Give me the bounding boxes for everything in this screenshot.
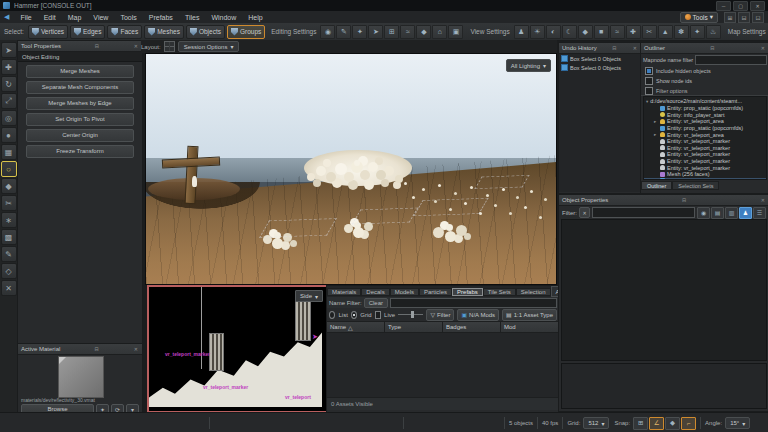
paint-tool[interactable]: ✎ bbox=[1, 246, 17, 262]
close-button[interactable]: ✕ bbox=[750, 1, 765, 11]
asset-tab[interactable]: Particles bbox=[419, 288, 452, 296]
menu-item[interactable]: Map bbox=[62, 14, 88, 21]
selection-mode-button[interactable]: Faces bbox=[107, 25, 142, 39]
asset-tab[interactable]: Decals bbox=[361, 288, 389, 296]
clear-button[interactable]: Clear bbox=[364, 298, 388, 308]
pencil-icon[interactable]: ✎ bbox=[336, 25, 351, 39]
vertex-tool[interactable]: ∗ bbox=[1, 212, 17, 228]
asset-list[interactable] bbox=[327, 333, 559, 397]
asset-tab[interactable]: Selection bbox=[516, 288, 551, 296]
snap-edge-toggle[interactable]: ⌐ bbox=[681, 417, 696, 430]
include-hidden-checkbox[interactable] bbox=[645, 67, 653, 75]
tree-item[interactable]: ▸Entity: vr_teleport_area bbox=[644, 131, 766, 138]
clear-filter-icon[interactable]: ✕ bbox=[579, 207, 590, 218]
tree-item[interactable]: Entity: vr_teleport_marker bbox=[644, 158, 766, 165]
close-icon[interactable]: ✕ bbox=[133, 43, 139, 49]
displacement-tool[interactable]: ◇ bbox=[1, 263, 17, 279]
close-icon[interactable]: ✕ bbox=[632, 45, 638, 51]
tools-dropdown-button[interactable]: Tools ▾ bbox=[680, 12, 718, 23]
thumbnail-size-slider[interactable] bbox=[398, 311, 423, 319]
pin-icon[interactable]: ⊟ bbox=[681, 197, 687, 203]
properties-filter-input[interactable] bbox=[592, 207, 695, 218]
shield-icon[interactable]: ◆ bbox=[578, 25, 593, 39]
object-editing-button[interactable]: Set Origin To Pivot bbox=[26, 113, 134, 126]
close-icon[interactable]: ✕ bbox=[760, 45, 766, 51]
texture-tool[interactable]: ▩ bbox=[1, 229, 17, 245]
sun-icon[interactable]: ☀ bbox=[530, 25, 545, 39]
player-icon[interactable]: ♟ bbox=[514, 25, 529, 39]
scale-tool[interactable]: ⤢ bbox=[1, 93, 17, 109]
polygon-tool[interactable]: ◆ bbox=[1, 178, 17, 194]
object-editing-button[interactable]: Separate Mesh Components bbox=[26, 81, 134, 94]
tree-item[interactable]: Entity: prop_static (popcornfds) bbox=[644, 178, 766, 180]
snap-vertex-toggle[interactable]: ◆ bbox=[665, 417, 680, 430]
tree-item[interactable]: Entity: prop_static (popcornfds) bbox=[644, 105, 766, 112]
controller-icon[interactable]: ▣ bbox=[448, 25, 463, 39]
object-editing-button[interactable]: Center Origin bbox=[26, 129, 134, 142]
move-tool[interactable]: ✚ bbox=[1, 59, 17, 75]
lasso-icon[interactable]: ≈ bbox=[400, 25, 415, 39]
cursor-mode-icon[interactable]: ➤ bbox=[368, 25, 383, 39]
snap-angle-toggle[interactable]: ∠ bbox=[649, 417, 664, 430]
magnet-icon[interactable]: ✦ bbox=[352, 25, 367, 39]
maximize-button[interactable]: ▢ bbox=[733, 1, 748, 11]
selection-mode-button[interactable]: Meshes bbox=[144, 25, 184, 39]
angle-dropdown[interactable]: 15°▾ bbox=[725, 417, 750, 429]
columns-icon[interactable]: ▤ bbox=[711, 207, 724, 219]
tree-item[interactable]: Mesh (256 faces) bbox=[644, 171, 766, 178]
pin-icon[interactable]: ⊟ bbox=[709, 45, 715, 51]
grid-radio[interactable] bbox=[351, 311, 357, 319]
asset-tab[interactable]: Models bbox=[390, 288, 419, 296]
menu-item[interactable]: Tiles bbox=[179, 14, 206, 21]
foliage-icon[interactable]: ✽ bbox=[674, 25, 689, 39]
tree-item[interactable]: Entity: vr_teleport_marker bbox=[644, 145, 766, 152]
close-icon[interactable]: ✕ bbox=[760, 197, 766, 203]
water-icon[interactable]: ≈ bbox=[610, 25, 625, 39]
lighting-mode-dropdown[interactable]: All Lighting ▾ bbox=[506, 59, 551, 72]
particles-icon[interactable]: ✦ bbox=[690, 25, 705, 39]
mods-button[interactable]: ▣N/A Mods bbox=[457, 309, 499, 321]
view-mode-dropdown[interactable]: Side ▾ bbox=[295, 290, 323, 302]
menu-item[interactable]: Window bbox=[205, 14, 242, 21]
asset-tab[interactable]: Prefabs bbox=[452, 288, 483, 296]
asset-type-button[interactable]: ▤1:1 Asset Type bbox=[502, 309, 557, 321]
outliner-tab[interactable]: Outliner bbox=[641, 181, 672, 190]
show-node-ids-checkbox[interactable] bbox=[645, 77, 653, 85]
helpers-icon[interactable]: ✚ bbox=[626, 25, 641, 39]
menu-item[interactable]: File bbox=[14, 14, 37, 21]
menu-item[interactable]: Tools bbox=[114, 14, 142, 21]
object-editing-button[interactable]: Merge Meshes bbox=[26, 65, 134, 78]
block-tool[interactable]: ▦ bbox=[1, 144, 17, 160]
close-icon[interactable]: ✕ bbox=[133, 346, 139, 352]
material-thumbnail[interactable] bbox=[58, 356, 104, 398]
circle-tool[interactable]: ○ bbox=[1, 161, 17, 177]
clip-view-icon[interactable]: ✂ bbox=[642, 25, 657, 39]
select-tool[interactable]: ➤ bbox=[1, 42, 17, 58]
selection-mode-button[interactable]: Groups bbox=[227, 25, 265, 39]
vertex-snap-icon[interactable]: ◆ bbox=[416, 25, 431, 39]
menu-item[interactable]: View bbox=[87, 14, 114, 21]
pin-icon[interactable]: ⊟ bbox=[611, 45, 617, 51]
pin-icon[interactable]: ⊟ bbox=[93, 346, 99, 352]
viewport-2d[interactable]: vr_teleport_marker vr_teleport_marker vr… bbox=[147, 285, 328, 413]
rows-icon[interactable]: ▥ bbox=[725, 207, 738, 219]
brush-geo-icon[interactable]: ■ bbox=[594, 25, 609, 39]
tree-item[interactable]: Entity: vr_teleport_marker bbox=[644, 138, 766, 145]
layout-grid-icon[interactable] bbox=[164, 41, 175, 52]
pin-target-icon[interactable]: ◉ bbox=[697, 207, 710, 219]
live-checkbox[interactable] bbox=[375, 311, 381, 319]
viewport-3d[interactable]: All Lighting ▾ bbox=[145, 53, 557, 285]
box-select-icon[interactable]: ⊞ bbox=[384, 25, 399, 39]
undo-item[interactable]: Box Select 0 Objects bbox=[559, 63, 641, 72]
tree-item[interactable]: Entity: info_player_start bbox=[644, 112, 766, 119]
session-options-button[interactable]: Session Options ▾ bbox=[178, 41, 240, 52]
outliner-tab[interactable]: Selection Sets bbox=[672, 181, 719, 190]
float-layout-icon[interactable]: ⊡ bbox=[752, 12, 764, 23]
tree-item[interactable]: Entity: vr_teleport_marker bbox=[644, 164, 766, 171]
rotate-tool[interactable]: ↻ bbox=[1, 76, 17, 92]
mapnode-filter-input[interactable] bbox=[695, 55, 767, 65]
steam-icon[interactable]: ♨ bbox=[706, 25, 721, 39]
undo-item[interactable]: Box Select 0 Objects bbox=[559, 54, 641, 63]
tree-root[interactable]: ▾d:/dev/source2/main/content/steamt... bbox=[644, 97, 766, 105]
grid-size-dropdown[interactable]: 512▾ bbox=[583, 417, 609, 429]
